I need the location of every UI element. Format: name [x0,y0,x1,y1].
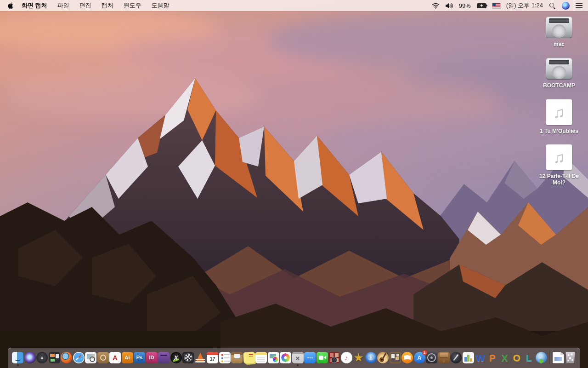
desktop-icon-label: BOOTCAMP [543,83,575,89]
desktop: 화면 캡처파일편집캡처윈도우도움말 [0,0,588,368]
dock-icon-glyph: Ps [136,355,142,360]
menu-bar: 화면 캡처파일편집캡처윈도우도움말 [0,0,588,11]
film-reel-utility-icon[interactable] [182,352,194,363]
menu-window[interactable]: 윈도우 [124,1,141,10]
dock-icon-glyph: ▲ [40,355,45,360]
desktop-icon-parle-t-il-de-moi[interactable]: 12 Parle-T-Il De Moi? [535,144,583,186]
menu-edit[interactable]: 편집 [79,1,91,10]
desktop-icons: macBOOTCAMP1 Tu M'Oublies12 Parle-T-Il D… [534,17,584,196]
toast-titanium-icon[interactable] [158,352,170,363]
dock-icon-glyph: W [476,353,485,362]
desktop-icon-label: 1 Tu M'Oublies [540,128,578,135]
ms-powerpoint-icon[interactable]: P [487,352,498,363]
corkboard-app-icon[interactable] [390,352,401,363]
apple-menu-icon[interactable] [7,2,13,9]
web-downloader-icon[interactable] [536,352,547,363]
dock-icon-glyph: Ai [125,355,130,360]
desktop-icon-bootcamp[interactable]: BOOTCAMP [543,58,575,89]
audio-file-icon [546,144,572,170]
preview-icon[interactable] [85,352,96,363]
ms-excel-icon[interactable]: X [499,352,510,363]
menu-help[interactable]: 도움말 [152,1,170,10]
launchpad-icon[interactable]: ▲ [36,352,48,363]
siri-icon[interactable] [562,2,570,10]
illustrator-icon[interactable]: Ai [122,352,133,363]
messages-icon[interactable]: … [304,352,316,363]
running-indicator [17,364,19,366]
acrobat-reader-icon[interactable]: A [109,352,121,363]
dock-icon-glyph: … [307,353,313,359]
keynote-classic-icon[interactable] [438,352,450,363]
dock-icon-glyph: ♪ [345,354,348,361]
running-indicator [297,364,299,366]
media-converter-x-icon[interactable]: X [170,352,182,363]
dock-divider [549,351,550,364]
dock-icon-glyph: O [513,353,520,362]
reminders-icon[interactable] [219,352,231,363]
vlc-icon[interactable] [195,352,206,363]
dock-icon-glyph: × [296,355,300,362]
desktop-icon-label: mac [554,41,565,48]
volume-icon[interactable] [446,3,453,9]
notification-badge: 1 [422,350,427,355]
photoshop-icon[interactable]: Ps [134,352,145,363]
facetime-icon[interactable] [317,352,328,363]
screen-capture-app-icon[interactable]: × [292,352,304,363]
contacts-book-icon[interactable] [97,352,109,363]
finder-icon[interactable] [12,352,23,363]
desktop-icon-tu-m-oublies[interactable]: 1 Tu M'Oublies [540,99,578,135]
dock: ▲AAiPsIDX17×…♪★A1WPXOL [8,348,580,368]
pages-classic-icon[interactable] [450,352,462,363]
audio-file-icon [546,99,572,125]
dock-icon-glyph: ★ [353,352,363,363]
firefox-icon[interactable] [61,352,72,363]
desktop-icon-label: 12 Parle-T-Il De Moi? [535,173,583,186]
dock-icon-glyph: X [174,355,178,361]
calendar-icon[interactable]: 17 [207,352,218,363]
menu-file[interactable]: 파일 [57,1,69,10]
mission-control-icon[interactable] [49,352,60,363]
menu-bar-clock[interactable]: (일) 오후 1:24 [506,1,543,10]
trash-full-icon[interactable] [565,352,576,363]
siri-dock-icon[interactable] [24,352,36,363]
document-file-icon[interactable] [553,352,564,363]
itunes-icon[interactable]: ♪ [341,352,352,363]
hard-drive-icon [546,17,572,38]
dock-icon-glyph: P [489,353,496,362]
ibooks-icon[interactable] [401,352,413,363]
safari-icon[interactable] [73,352,85,363]
dock-icon-glyph: A [417,355,421,361]
dock-icon-glyph: X [501,353,508,362]
dock-icon-glyph: ID [149,355,154,360]
colorsync-utility-icon[interactable] [268,352,279,363]
helm-wheel-utility-icon[interactable] [426,352,437,363]
imovie-classic-icon[interactable]: ★ [353,352,364,363]
us-flag-input-icon[interactable] [492,3,500,8]
stickies-icon[interactable] [243,351,255,363]
wallpaper [0,0,588,368]
ms-word-icon[interactable]: W [475,352,486,363]
photos-icon[interactable] [280,352,291,363]
wifi-icon[interactable] [432,3,440,9]
photo-booth-icon[interactable] [328,352,340,363]
app-store-icon[interactable]: A1 [414,352,425,363]
app-menu-screen-capture[interactable]: 화면 캡처 [22,1,47,10]
battery-percent-label: 99% [459,2,471,9]
dock-icon-glyph: L [526,353,532,362]
hard-drive-icon [546,58,572,80]
menu-capture[interactable]: 캡처 [102,1,113,10]
garageband-icon[interactable] [377,352,389,363]
spotlight-search-icon[interactable] [549,2,556,9]
ms-lync-icon[interactable]: L [523,352,535,363]
desktop-icon-mac[interactable]: mac [546,17,572,48]
dvd-media-player-icon[interactable] [365,352,377,363]
notification-center-icon[interactable] [576,3,582,8]
battery-charging-icon[interactable] [477,3,486,8]
ms-outlook-icon[interactable]: O [511,352,523,363]
stuffit-expander-icon[interactable] [231,352,243,363]
dock-icon-glyph: A [113,354,118,361]
notes-icon[interactable] [255,352,267,363]
indesign-icon[interactable]: ID [146,352,158,363]
numbers-classic-icon[interactable] [463,352,474,363]
dock-icon-glyph: 17 [209,356,215,362]
